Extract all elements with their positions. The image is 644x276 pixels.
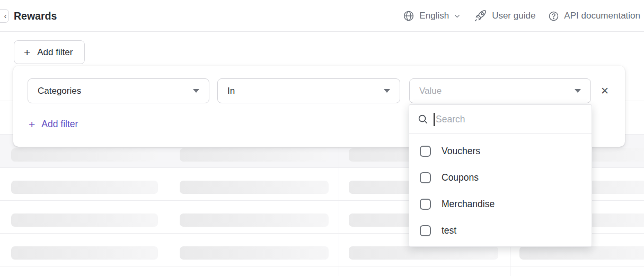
rewards-page: ‹ Rewards English xyxy=(0,0,644,276)
filter-operator-value: In xyxy=(227,86,235,96)
chevron-down-icon xyxy=(384,89,390,93)
option-merchandise[interactable]: Merchandise xyxy=(409,191,592,217)
filter-field-select[interactable]: Categories xyxy=(28,78,209,103)
page-title: Rewards xyxy=(14,0,57,32)
skeleton-bar xyxy=(11,148,158,162)
skeleton-bar xyxy=(180,213,329,227)
add-filter-button-label: Add filter xyxy=(37,47,73,58)
option-label: test xyxy=(442,225,456,236)
option-label: Merchandise xyxy=(442,199,495,210)
skeleton-bar xyxy=(180,246,329,260)
question-circle-icon xyxy=(548,11,559,22)
skeleton-bar xyxy=(519,246,644,260)
checkbox-unchecked[interactable] xyxy=(420,225,431,236)
add-filter-link[interactable]: + Add filter xyxy=(29,115,78,132)
chevron-down-icon xyxy=(575,89,581,93)
search-input[interactable] xyxy=(436,105,584,133)
sidebar-collapse-button[interactable]: ‹ xyxy=(0,9,9,23)
option-label: Vouchers xyxy=(442,146,480,157)
language-label: English xyxy=(419,11,449,21)
add-filter-link-label: Add filter xyxy=(41,119,78,130)
dropdown-options: Vouchers Coupons Merchandise test xyxy=(409,134,592,244)
close-icon: ✕ xyxy=(601,85,609,96)
chevron-down-icon xyxy=(454,13,461,20)
globe-icon xyxy=(403,10,414,22)
row-divider xyxy=(0,266,644,266)
api-documentation-link[interactable]: API documentation xyxy=(548,11,640,22)
chevron-left-icon: ‹ xyxy=(4,12,6,20)
option-test[interactable]: test xyxy=(409,217,592,244)
option-vouchers[interactable]: Vouchers xyxy=(409,138,592,164)
dropdown-search-row xyxy=(409,105,592,134)
remove-filter-button[interactable]: ✕ xyxy=(597,83,613,99)
add-filter-button[interactable]: + Add filter xyxy=(14,40,85,64)
rocket-icon xyxy=(473,9,487,23)
skeleton-bar xyxy=(180,148,329,162)
magnifier-icon xyxy=(417,113,429,125)
value-dropdown-panel: Vouchers Coupons Merchandise test xyxy=(409,104,592,247)
plus-icon: + xyxy=(24,47,30,58)
checkbox-unchecked[interactable] xyxy=(420,199,431,210)
filter-operator-select[interactable]: In xyxy=(217,78,400,103)
filter-field-value: Categories xyxy=(38,86,81,96)
checkbox-unchecked[interactable] xyxy=(420,146,431,157)
chevron-down-icon xyxy=(193,89,199,93)
checkbox-unchecked[interactable] xyxy=(420,172,431,183)
skeleton-bar xyxy=(180,181,329,194)
option-label: Coupons xyxy=(442,172,479,183)
plus-icon: + xyxy=(29,119,35,130)
language-selector[interactable]: English xyxy=(403,10,461,22)
skeleton-bar xyxy=(11,246,158,260)
filter-value-select[interactable]: Value xyxy=(409,78,591,103)
filter-value-placeholder: Value xyxy=(419,86,442,96)
skeleton-bar xyxy=(11,213,158,227)
api-documentation-label: API documentation xyxy=(564,11,640,21)
top-nav: English User guide xyxy=(403,0,640,32)
skeleton-bar xyxy=(349,246,498,260)
text-cursor xyxy=(434,113,435,126)
top-bar: ‹ Rewards English xyxy=(0,0,644,32)
user-guide-link[interactable]: User guide xyxy=(473,9,535,23)
option-coupons[interactable]: Coupons xyxy=(409,164,592,191)
user-guide-label: User guide xyxy=(492,11,535,21)
skeleton-bar xyxy=(11,181,158,194)
